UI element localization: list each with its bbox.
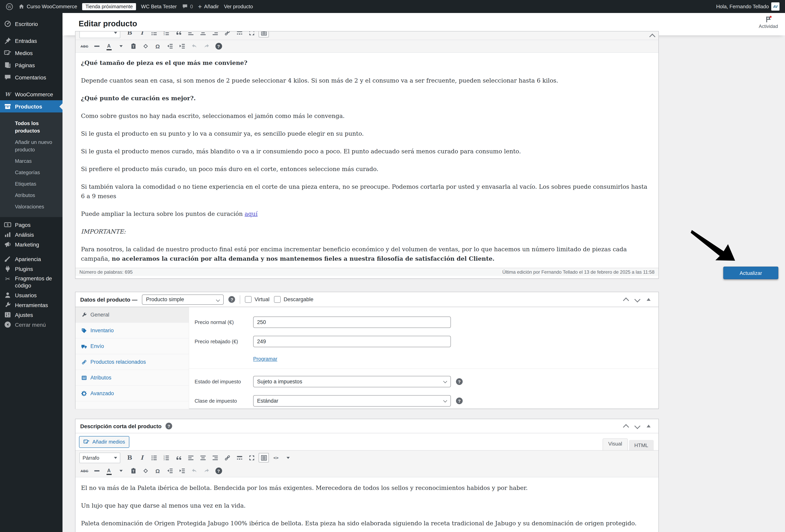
indent-button[interactable] — [177, 42, 187, 51]
tax-class-select[interactable]: Estándar — [253, 395, 451, 407]
align-center-button[interactable] — [198, 453, 208, 462]
sidebar-item-analisis[interactable]: Análisis — [0, 230, 62, 239]
tax-status-select[interactable]: Sujeto a impuestos — [253, 376, 451, 387]
tab-atributos[interactable]: Atributos — [75, 370, 189, 386]
downloadable-checkbox[interactable] — [274, 296, 281, 303]
special-character-button[interactable] — [153, 466, 163, 476]
bullet-list-button[interactable] — [149, 453, 159, 462]
sidebar-item-pagos[interactable]: $ Pagos — [0, 220, 62, 230]
sidebar-item-woocommerce[interactable]: W WooCommerce — [0, 88, 62, 100]
submenu-atributos[interactable]: Atributos — [0, 189, 62, 201]
sidebar-item-fragmentos[interactable]: ✂ Fragmentos de código — [0, 274, 62, 290]
sidebar-item-medios[interactable]: Medios — [0, 47, 62, 59]
sidebar-item-productos[interactable]: Productos — [0, 100, 62, 112]
help-icon[interactable] — [166, 423, 172, 429]
short-description-content[interactable]: El no va más de la Paleta ibérica de bel… — [75, 477, 658, 529]
undo-button[interactable] — [189, 42, 199, 51]
text-color-button[interactable] — [104, 42, 114, 51]
toggle-panel-icon[interactable] — [647, 425, 651, 427]
aqui-link[interactable]: aquí — [245, 210, 258, 218]
sidebar-collapse[interactable]: Cerrar menú — [0, 320, 62, 329]
sidebar-item-apariencia[interactable]: Apariencia — [0, 254, 62, 264]
align-center-button[interactable] — [198, 31, 208, 37]
italic-button[interactable] — [137, 31, 147, 37]
tab-inventario[interactable]: Inventario — [75, 323, 189, 338]
site-menu[interactable]: Curso WooCommerce — [19, 3, 77, 9]
numbered-list-button[interactable]: 123 — [161, 31, 171, 37]
help-icon[interactable] — [456, 398, 463, 404]
paragraph-select[interactable] — [79, 31, 120, 38]
virtual-checkbox[interactable] — [245, 296, 252, 303]
downloadable-checkbox-row[interactable]: Descargable — [274, 296, 313, 303]
indent-button[interactable] — [177, 466, 187, 476]
move-down-icon[interactable] — [634, 423, 640, 429]
more-tools-caret[interactable] — [283, 453, 293, 462]
move-down-icon[interactable] — [634, 296, 640, 302]
undo-button[interactable] — [189, 466, 199, 476]
sale-price-input[interactable] — [253, 336, 451, 347]
tab-general[interactable]: General — [75, 307, 189, 323]
blockquote-button[interactable] — [173, 31, 183, 37]
redo-button[interactable] — [201, 466, 211, 476]
numbered-list-button[interactable]: 123 — [161, 453, 171, 462]
tab-envio[interactable]: Envío — [75, 338, 189, 354]
sidebar-item-escritorio[interactable]: Escritorio — [0, 18, 62, 30]
product-type-select[interactable]: Producto simple — [142, 294, 224, 305]
outdent-button[interactable] — [165, 42, 175, 51]
new-content-menu[interactable]: Añadir — [198, 3, 219, 10]
paragraph-select[interactable]: Párrafo — [79, 452, 120, 463]
kitchen-sink-button[interactable] — [259, 31, 269, 37]
text-color-button[interactable] — [104, 466, 114, 476]
regular-price-input[interactable] — [253, 316, 451, 328]
submenu-etiquetas[interactable]: Etiquetas — [0, 178, 62, 189]
align-right-button[interactable] — [210, 453, 220, 462]
text-color-caret[interactable] — [116, 42, 126, 51]
add-media-button[interactable]: Añadir medios — [79, 436, 129, 448]
sidebar-item-herramientas[interactable]: Herramientas — [0, 300, 62, 310]
paste-as-text-button[interactable]: T — [128, 42, 138, 51]
link-button[interactable] — [222, 453, 232, 462]
help-icon[interactable] — [229, 296, 235, 303]
strikethrough-button[interactable] — [79, 42, 90, 51]
help-button[interactable] — [213, 42, 224, 51]
submenu-anadir-producto[interactable]: Añadir un nuevo producto — [0, 136, 62, 155]
align-left-button[interactable] — [185, 453, 196, 462]
align-left-button[interactable] — [185, 31, 196, 37]
my-account-menu[interactable]: Hola, Fernando Tellado AV — [716, 2, 780, 10]
submenu-valoraciones[interactable]: Valoraciones — [0, 201, 62, 212]
tab-html[interactable]: HTML — [629, 440, 654, 450]
sidebar-item-usuarios[interactable]: Usuarios — [0, 290, 62, 300]
sidebar-item-comentarios[interactable]: Comentarios — [0, 71, 62, 83]
link-button[interactable] — [222, 31, 232, 37]
bold-button[interactable] — [125, 453, 135, 462]
horizontal-rule-button[interactable] — [92, 42, 102, 51]
read-more-button[interactable] — [234, 453, 245, 462]
redo-button[interactable] — [201, 42, 211, 51]
editor-content[interactable]: ¿Qué tamaño de pieza es el que más me co… — [75, 53, 658, 268]
tab-productos-relacionados[interactable]: Productos relacionados — [75, 354, 189, 370]
read-more-button[interactable] — [234, 31, 245, 37]
sidebar-item-entradas[interactable]: Entradas — [0, 34, 62, 47]
schedule-link[interactable]: Programar — [253, 356, 277, 362]
submenu-todos-los-productos[interactable]: Todos los productos — [0, 118, 62, 136]
coming-soon-badge[interactable]: Tienda próximamente — [82, 3, 136, 10]
comments-menu[interactable]: 0 — [182, 3, 193, 9]
activity-panel[interactable]: Actividad — [759, 15, 778, 29]
bullet-list-button[interactable] — [149, 31, 159, 37]
tab-visual[interactable]: Visual — [603, 438, 628, 450]
outdent-button[interactable] — [165, 466, 175, 476]
horizontal-rule-button[interactable] — [92, 466, 102, 476]
sidebar-item-paginas[interactable]: Páginas — [0, 59, 62, 71]
italic-button[interactable] — [137, 453, 147, 462]
clear-formatting-button[interactable] — [140, 466, 151, 476]
help-button[interactable] — [213, 466, 224, 476]
move-up-icon[interactable] — [623, 298, 629, 304]
special-character-button[interactable] — [153, 42, 163, 51]
sidebar-item-plugins[interactable]: Plugins — [0, 264, 62, 274]
submenu-categorias[interactable]: Categorías — [0, 167, 62, 178]
clear-formatting-button[interactable] — [140, 42, 151, 51]
text-color-caret[interactable] — [116, 466, 126, 476]
bold-button[interactable] — [125, 31, 135, 37]
update-button[interactable]: Actualizar — [723, 267, 778, 279]
align-right-button[interactable] — [210, 31, 220, 37]
